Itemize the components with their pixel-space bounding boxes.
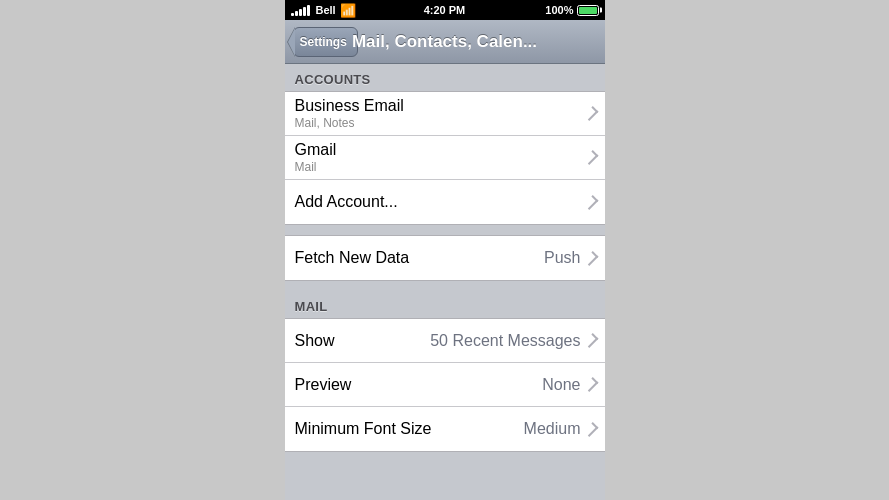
chevron-icon <box>583 377 598 392</box>
show-value: 50 Recent Messages <box>430 332 580 350</box>
fetch-new-data-title: Fetch New Data <box>295 249 545 267</box>
chevron-icon <box>583 422 598 437</box>
row-main: Gmail Mail <box>295 141 587 174</box>
row-main: Show <box>295 332 431 350</box>
time-label: 4:20 PM <box>424 4 466 16</box>
fetch-new-data-row[interactable]: Fetch New Data Push <box>285 236 605 280</box>
status-bar: Bell 📶 4:20 PM 100% <box>285 0 605 20</box>
signal-bars-icon <box>291 4 310 16</box>
battery-icon <box>577 5 599 16</box>
row-title: Business Email <box>295 97 587 115</box>
accounts-table-group: Business Email Mail, Notes Gmail Mail Ad… <box>285 91 605 225</box>
fetch-data-table-group: Fetch New Data Push <box>285 235 605 281</box>
show-row[interactable]: Show 50 Recent Messages <box>285 319 605 363</box>
nav-title: Mail, Contacts, Calen... <box>352 32 537 52</box>
battery-fill <box>579 7 597 14</box>
content-area: Accounts Business Email Mail, Notes Gmai… <box>285 64 605 500</box>
minimum-font-size-title: Minimum Font Size <box>295 420 524 438</box>
row-main: Minimum Font Size <box>295 420 524 438</box>
table-row[interactable]: Gmail Mail <box>285 136 605 180</box>
status-right: 100% <box>545 4 598 16</box>
row-main: Add Account... <box>295 193 587 211</box>
row-main: Fetch New Data <box>295 249 545 267</box>
status-left: Bell 📶 <box>291 3 356 18</box>
row-title: Gmail <box>295 141 587 159</box>
battery-percent-label: 100% <box>545 4 573 16</box>
row-subtitle: Mail, Notes <box>295 116 587 130</box>
wifi-icon: 📶 <box>340 3 356 18</box>
mail-section-header: Mail <box>285 291 605 318</box>
accounts-section-header: Accounts <box>285 64 605 91</box>
back-button[interactable]: Settings <box>293 27 358 57</box>
minimum-font-size-value: Medium <box>524 420 581 438</box>
row-main: Business Email Mail, Notes <box>295 97 587 130</box>
nav-bar: Settings Mail, Contacts, Calen... <box>285 20 605 64</box>
preview-row[interactable]: Preview None <box>285 363 605 407</box>
back-button-label: Settings <box>300 35 347 49</box>
row-subtitle: Mail <box>295 160 587 174</box>
show-title: Show <box>295 332 431 350</box>
chevron-icon <box>583 333 598 348</box>
table-row[interactable]: Business Email Mail, Notes <box>285 92 605 136</box>
preview-title: Preview <box>295 376 543 394</box>
fetch-new-data-value: Push <box>544 249 580 267</box>
phone-screen: Bell 📶 4:20 PM 100% Settings Mail, Conta… <box>285 0 605 500</box>
table-row[interactable]: Add Account... <box>285 180 605 224</box>
row-main: Preview <box>295 376 543 394</box>
row-title: Add Account... <box>295 193 587 211</box>
carrier-label: Bell <box>316 4 336 16</box>
preview-value: None <box>542 376 580 394</box>
minimum-font-size-row[interactable]: Minimum Font Size Medium <box>285 407 605 451</box>
mail-table-group: Show 50 Recent Messages Preview None Min… <box>285 318 605 452</box>
chevron-icon <box>583 251 598 266</box>
